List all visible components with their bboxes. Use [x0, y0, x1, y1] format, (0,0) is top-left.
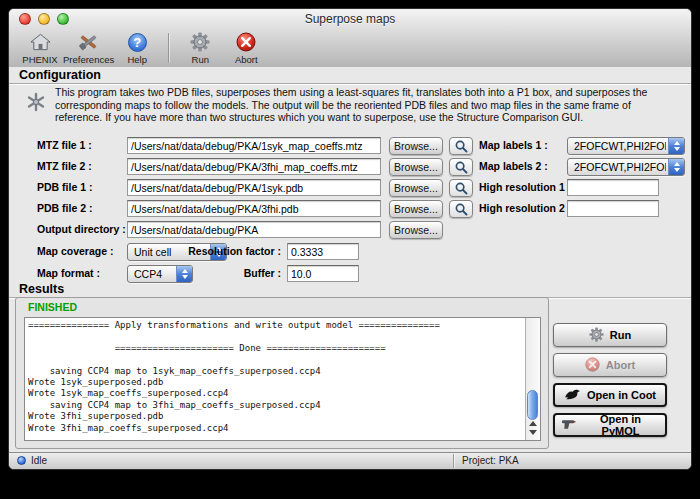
preferences-toolbar-button[interactable]: Preferences [63, 30, 114, 66]
pdb-file-1-browse-button[interactable]: Browse... [389, 179, 443, 197]
program-info-icon [26, 92, 46, 116]
run-button-label: Run [610, 329, 631, 341]
pdb-file-2-row: PDB file 2 : Browse... High resolution 2… [9, 200, 691, 219]
job-status-text: FINISHED [28, 301, 77, 313]
results-heading: Results [9, 281, 691, 298]
open-in-pymol-button[interactable]: Open in PyMOL [553, 413, 667, 437]
pdb-file-2-browse-button[interactable]: Browse... [389, 200, 443, 218]
window-chrome: Superpose maps PHENIX Preferences ? Help [9, 9, 691, 68]
resolution-factor-label: Resolution factor : [159, 245, 281, 257]
output-directory-label: Output directory : [37, 223, 126, 235]
abort-toolbar-button[interactable]: Abort [223, 30, 269, 66]
log-line: ====================== Done ============… [28, 343, 524, 354]
high-resolution-1-input[interactable] [567, 179, 659, 196]
magnifier-icon [455, 182, 468, 195]
project-label: Project: PKA [462, 455, 519, 466]
titlebar[interactable]: Superpose maps [9, 9, 691, 29]
map-format-label: Map format : [37, 267, 100, 279]
mtz-file-2-input[interactable] [127, 158, 381, 175]
dropdown-arrows-icon [668, 159, 684, 175]
pymol-raygun-icon [561, 418, 576, 432]
program-description: This program takes two PDB files, superp… [55, 86, 653, 124]
map-coverage-row: Map coverage : Unit cell Resolution fact… [9, 243, 691, 262]
open-in-pymol-label: Open in PyMOL [582, 413, 659, 437]
pdb-file-1-inspect-button[interactable] [449, 179, 473, 197]
window-title: Superpose maps [9, 9, 691, 29]
output-directory-browse-button[interactable]: Browse... [389, 221, 443, 239]
open-in-coot-button[interactable]: Open in Coot [553, 383, 667, 407]
phenix-label: PHENIX [22, 54, 57, 65]
configuration-heading: Configuration [9, 67, 691, 84]
scrollbar-thumb[interactable] [527, 390, 538, 420]
preferences-label: Preferences [63, 54, 114, 65]
map-labels-2-select[interactable]: 2FOFCWT,PHI2FOF... [567, 158, 685, 176]
zoom-button[interactable] [57, 13, 69, 25]
magnifier-icon [455, 203, 468, 216]
help-label: Help [127, 54, 147, 65]
log-line: Wrote 3fhi_map_coeffs_superposed.ccp4 [28, 423, 524, 434]
mtz-file-2-browse-button[interactable]: Browse... [389, 158, 443, 176]
home-icon [30, 32, 51, 53]
output-directory-row: Output directory : Browse... [9, 221, 691, 240]
map-labels-1-label: Map labels 1 : [479, 139, 548, 151]
map-labels-1-select[interactable]: 2FOFCWT,PHI2FOF... [567, 137, 685, 155]
scroll-up-icon[interactable] [529, 421, 537, 426]
status-separator [453, 454, 454, 468]
status-indicator-icon [17, 456, 26, 465]
mtz-file-2-row: MTZ file 2 : Browse... Map labels 2 : 2F… [9, 158, 691, 177]
minimize-button[interactable] [38, 13, 50, 25]
pdb-file-1-label: PDB file 1 : [37, 181, 92, 193]
output-directory-input[interactable] [127, 221, 381, 238]
mtz-file-1-row: MTZ file 1 : Browse... Map labels 1 : 2F… [9, 137, 691, 156]
console-scrollbar[interactable] [525, 318, 540, 440]
high-resolution-1-label: High resolution 1 : [479, 181, 571, 193]
toolbar-separator [168, 33, 169, 63]
dropdown-arrows-icon [668, 138, 684, 154]
close-button[interactable] [19, 13, 31, 25]
tools-icon [78, 32, 99, 53]
map-labels-2-label: Map labels 2 : [479, 160, 548, 172]
log-console[interactable]: =============== Apply transformations an… [24, 317, 541, 441]
mtz-file-1-input[interactable] [127, 137, 381, 154]
pdb-file-1-input[interactable] [127, 179, 381, 196]
mtz-file-2-inspect-button[interactable] [449, 158, 473, 176]
log-line: Wrote 3fhi_superposed.pdb [28, 411, 524, 422]
status-bar: Idle Project: PKA [9, 452, 691, 469]
log-line: =============== Apply transformations an… [28, 320, 524, 331]
pdb-file-2-inspect-button[interactable] [449, 200, 473, 218]
run-toolbar-button[interactable]: Run [177, 30, 223, 66]
mtz-file-2-label: MTZ file 2 : [37, 160, 92, 172]
log-line [28, 331, 524, 342]
mtz-file-1-inspect-button[interactable] [449, 137, 473, 155]
log-line: saving CCP4 map to 1syk_map_coeffs_super… [28, 366, 524, 377]
abort-button[interactable]: Abort [553, 353, 667, 377]
high-resolution-2-input[interactable] [567, 200, 659, 217]
log-line: Wrote 1syk_map_coeffs_superposed.ccp4 [28, 388, 524, 399]
scroll-down-icon[interactable] [529, 430, 537, 435]
pdb-file-2-input[interactable] [127, 200, 381, 217]
scrollbar-arrows[interactable] [526, 418, 540, 438]
pdb-file-1-row: PDB file 1 : Browse... High resolution 1… [9, 179, 691, 198]
help-icon: ? [128, 33, 147, 52]
gear-icon [589, 327, 604, 344]
buffer-input[interactable] [287, 265, 359, 282]
abort-icon [236, 32, 256, 53]
phenix-toolbar-button[interactable]: PHENIX [17, 30, 63, 66]
results-panel: FINISHED =============== Apply transform… [15, 297, 549, 449]
abort-label: Abort [235, 54, 258, 65]
mtz-file-1-browse-button[interactable]: Browse... [389, 137, 443, 155]
status-message: Idle [31, 455, 47, 466]
gear-icon [190, 32, 210, 53]
app-window: Superpose maps PHENIX Preferences ? Help [8, 8, 692, 470]
resolution-factor-input[interactable] [287, 243, 359, 260]
log-line [28, 354, 524, 365]
main-content: Configuration This program takes two PDB… [9, 67, 691, 453]
run-button[interactable]: Run [553, 323, 667, 347]
abort-button-label: Abort [606, 359, 635, 371]
magnifier-icon [455, 161, 468, 174]
log-text: =============== Apply transformations an… [28, 320, 524, 438]
mtz-file-1-label: MTZ file 1 : [37, 139, 92, 151]
help-toolbar-button[interactable]: ? Help [114, 30, 160, 66]
coot-bird-icon [564, 388, 581, 403]
magnifier-icon [455, 140, 468, 153]
